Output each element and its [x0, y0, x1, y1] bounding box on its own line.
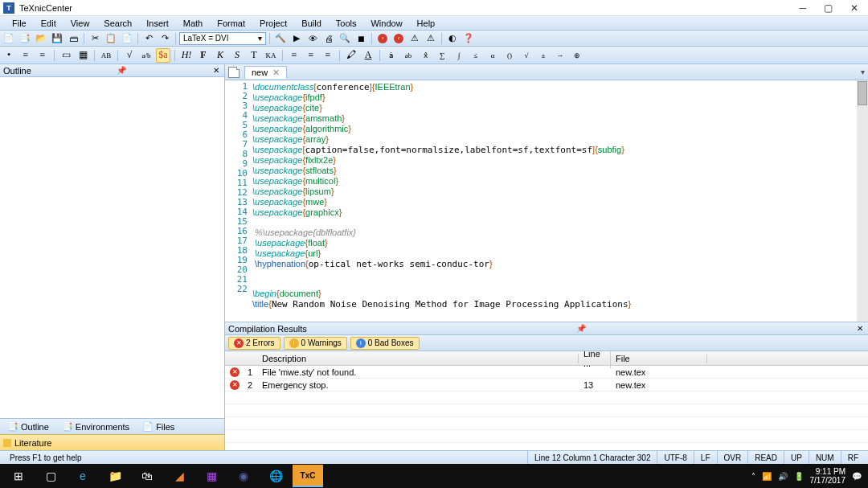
print-icon[interactable]: 🖨	[321, 32, 336, 45]
math5-icon[interactable]: ∫	[452, 48, 466, 63]
maximize-button[interactable]: ▢	[824, 2, 833, 14]
sqrt-icon[interactable]: √	[122, 48, 137, 63]
math8-icon[interactable]: ()	[502, 48, 517, 63]
menu-math[interactable]: Math	[176, 18, 210, 29]
build-view-icon[interactable]: ▶	[289, 32, 304, 45]
matlab-icon[interactable]: ◢	[164, 465, 194, 487]
results-pin-icon[interactable]: 📌	[575, 324, 588, 333]
color-icon[interactable]: 🖍	[344, 48, 358, 63]
menu-help[interactable]: Help	[410, 18, 443, 29]
enum-icon[interactable]: ≡	[35, 48, 50, 63]
menu-build[interactable]: Build	[294, 18, 328, 29]
menu-search[interactable]: Search	[96, 18, 139, 29]
tab-environments[interactable]: 📑Environments	[56, 420, 135, 433]
tab-menu-icon[interactable]: ▾	[861, 68, 865, 76]
tray-notif-icon[interactable]: 💬	[852, 472, 862, 481]
bold-icon[interactable]: F	[196, 48, 211, 63]
tab-close-icon[interactable]: ✕	[272, 68, 280, 78]
cut-icon[interactable]: ✂	[88, 32, 102, 45]
outline-close-icon[interactable]: ✕	[211, 66, 221, 75]
menu-view[interactable]: View	[63, 18, 97, 29]
open-icon[interactable]: 📂	[34, 32, 48, 45]
item-icon[interactable]: •	[2, 48, 16, 63]
menu-window[interactable]: Window	[363, 18, 409, 29]
filter-errors[interactable]: ✕2 Errors	[228, 337, 280, 350]
filter-warnings[interactable]: !0 Warnings	[284, 337, 347, 350]
help-icon[interactable]: ❓	[461, 32, 476, 45]
math9-icon[interactable]: √	[519, 48, 534, 63]
results-close-icon[interactable]: ✕	[855, 324, 865, 333]
menu-edit[interactable]: Edit	[34, 18, 63, 29]
copy-icon[interactable]: 📋	[104, 32, 118, 45]
font-color-icon[interactable]: A	[361, 48, 375, 63]
error-row[interactable]: ✕1File 'mwe.sty' not found.new.tex	[225, 366, 868, 379]
outline-pin-icon[interactable]: 📌	[115, 66, 128, 75]
error-row[interactable]: ✕2Emergency stop.13new.tex	[225, 379, 868, 392]
menu-tools[interactable]: Tools	[329, 18, 364, 29]
menu-project[interactable]: Project	[252, 18, 294, 29]
stop-icon[interactable]: ⏹	[354, 32, 368, 45]
explorer-icon[interactable]: 📁	[100, 465, 130, 487]
save-icon[interactable]: 💾	[50, 32, 64, 45]
tab-literature[interactable]: Literature	[14, 438, 51, 448]
slant-icon[interactable]: S	[230, 48, 244, 63]
view-icon[interactable]: 👁	[305, 32, 320, 45]
redo-icon[interactable]: ↷	[158, 32, 172, 45]
math3-icon[interactable]: x̂	[418, 48, 432, 63]
undo-icon[interactable]: ↶	[141, 32, 156, 45]
left-icon[interactable]: ≡	[287, 48, 301, 63]
start-button[interactable]: ⊞	[3, 465, 34, 487]
results-grid[interactable]: Description Line ... File ✕1File 'mwe.st…	[225, 351, 868, 450]
code-editor[interactable]: 12345678910111213141516171819202122 \doc…	[225, 80, 868, 322]
abc-icon[interactable]: AB	[99, 48, 113, 63]
edge-icon[interactable]: e	[68, 465, 98, 487]
eclipse-icon[interactable]: ◉	[228, 465, 259, 487]
texnic-task-icon[interactable]: TxC	[293, 465, 323, 487]
tray-up-icon[interactable]: ˄	[751, 472, 755, 481]
frac-icon[interactable]: a/b	[139, 48, 154, 63]
store-icon[interactable]: 🛍	[132, 465, 162, 487]
table-icon[interactable]: ▦	[76, 48, 90, 63]
vertical-scrollbar[interactable]	[857, 80, 868, 322]
err-prev-icon[interactable]: ‹	[391, 32, 406, 45]
editor-tab[interactable]: new ✕	[244, 66, 287, 79]
bullet-icon[interactable]: ≡	[18, 48, 33, 63]
italic-icon[interactable]: K	[213, 48, 227, 63]
dollar-icon[interactable]: $a	[156, 48, 170, 63]
warn2-icon[interactable]: ⚠	[424, 32, 438, 45]
chrome-icon[interactable]: 🌐	[260, 465, 291, 487]
sc-icon[interactable]: KA	[264, 48, 278, 63]
warn-icon[interactable]: ⚠	[407, 32, 422, 45]
filter-boxes[interactable]: i0 Bad Boxes	[350, 337, 420, 350]
math12-icon[interactable]: ⊕	[570, 48, 584, 63]
math1-icon[interactable]: ȧ	[384, 48, 399, 63]
new-icon[interactable]: 📄	[2, 32, 16, 45]
profile-combo[interactable]: LaTeX = DVI▾	[179, 32, 266, 45]
saveall-icon[interactable]: 🗃	[66, 32, 80, 45]
output-icon[interactable]: ◐	[445, 32, 460, 45]
new-project-icon[interactable]: 📑	[18, 32, 32, 45]
tt-icon[interactable]: T	[247, 48, 261, 63]
math6-icon[interactable]: ≤	[469, 48, 483, 63]
tab-outline[interactable]: 📑Outline	[2, 420, 55, 433]
math2-icon[interactable]: ab	[401, 48, 416, 63]
em-icon[interactable]: H!	[179, 48, 194, 63]
math7-icon[interactable]: α	[485, 48, 500, 63]
minimize-button[interactable]: ─	[799, 2, 806, 14]
tray-net-icon[interactable]: 📶	[762, 472, 772, 481]
menu-insert[interactable]: Insert	[139, 18, 176, 29]
err-next-icon[interactable]: ›	[375, 32, 390, 45]
menu-format[interactable]: Format	[210, 18, 252, 29]
tray-vol-icon[interactable]: 🔊	[778, 472, 788, 481]
tray-power-icon[interactable]: 🔋	[794, 472, 804, 481]
outline-body[interactable]	[0, 77, 224, 418]
app1-icon[interactable]: ▦	[196, 465, 227, 487]
build-icon[interactable]: 🔨	[273, 32, 288, 45]
math4-icon[interactable]: ∑	[435, 48, 449, 63]
tray-clock[interactable]: 9:11 PM7/17/2017	[810, 467, 846, 485]
menu-file[interactable]: File	[5, 18, 34, 29]
center-icon[interactable]: ≡	[304, 48, 318, 63]
find-icon[interactable]: 🔍	[338, 32, 352, 45]
math11-icon[interactable]: →	[553, 48, 567, 63]
paste-icon[interactable]: 📄	[120, 32, 134, 45]
